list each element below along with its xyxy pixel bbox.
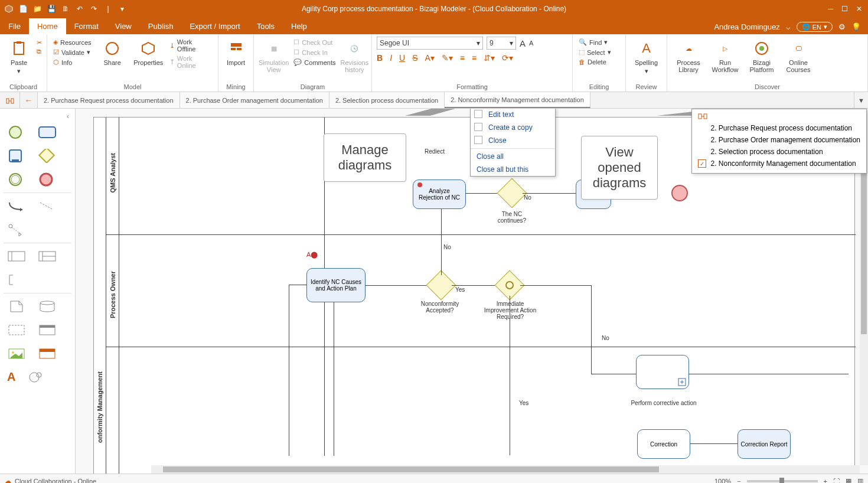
qat-new-icon[interactable]: 📄 [18, 4, 28, 14]
runwf-button[interactable]: ▷ Run Workflow [709, 37, 742, 73]
cut-icon[interactable]: ✂ [37, 39, 42, 47]
valign-icon[interactable]: ⇵▾ [484, 53, 495, 63]
strike-icon[interactable]: S [412, 53, 417, 63]
doc-tab-2[interactable]: 2. Purchase Order management documentati… [180, 92, 329, 108]
proclib-button[interactable]: ☁ Process Library [672, 37, 705, 73]
courses-button[interactable]: 🖵 Online Courses [782, 37, 815, 73]
task-identify[interactable]: Identify NC Causes and Action Plan [306, 268, 366, 302]
task-correction[interactable]: Correction [637, 429, 690, 459]
ctx-closeother[interactable]: Close all but this [471, 163, 555, 176]
zoom-in-icon[interactable]: + [824, 478, 827, 484]
tab-file[interactable]: File [0, 18, 29, 34]
validate-button[interactable]: ☑Validate▾ [52, 48, 93, 57]
data-store-icon[interactable] [38, 299, 57, 314]
comments-button[interactable]: 💬Comments [292, 58, 337, 67]
tab-tools[interactable]: Tools [249, 18, 283, 34]
panel-item-1[interactable]: 2. Purchase Request process documentatio… [698, 122, 860, 134]
lane-icon[interactable] [38, 249, 57, 263]
gear-icon[interactable]: ⚙ [838, 22, 846, 31]
shrink-font-icon[interactable]: A [529, 40, 533, 47]
text-shape-icon[interactable]: A [7, 370, 15, 384]
grow-font-icon[interactable]: A [520, 38, 526, 48]
spelling-button[interactable]: A Spelling ▾ [631, 37, 662, 75]
user-chevron-icon[interactable]: ⌵ [786, 22, 791, 31]
font-selector[interactable]: Segoe UI▾ [377, 37, 483, 50]
language-selector[interactable]: 🌐EN▾ [797, 22, 833, 32]
maximize-button[interactable]: ☐ [841, 5, 848, 13]
ctx-close[interactable]: Close [471, 134, 555, 147]
qat-open-icon[interactable]: 📁 [32, 4, 43, 14]
doc-tab-4[interactable]: 2. Nonconformity Management documentatio… [445, 92, 590, 108]
rotate-icon[interactable]: ⟳▾ [502, 53, 513, 63]
tab-format[interactable]: Format [66, 18, 107, 34]
find-button[interactable]: 🔍Find▾ [577, 38, 612, 47]
share-button[interactable]: Share [96, 37, 129, 66]
zoom-slider[interactable] [747, 480, 818, 482]
end-event[interactable] [671, 185, 688, 201]
doc-tab-3[interactable]: 2. Selection process documentation [329, 92, 445, 108]
view-1-icon[interactable]: ▦ [846, 477, 851, 483]
delete-button[interactable]: 🗑Delete [577, 58, 612, 66]
zoom-out-icon[interactable]: − [737, 478, 740, 484]
highlight-icon[interactable]: ✎▾ [442, 53, 453, 63]
align-center-icon[interactable]: ≡ [472, 53, 477, 63]
association-icon[interactable] [38, 199, 57, 213]
formatted-shape-icon[interactable] [27, 370, 46, 384]
minimize-button[interactable]: ─ [828, 5, 833, 13]
qat-dropdown-icon[interactable]: ▾ [117, 4, 128, 14]
fontsize-selector[interactable]: 9▾ [487, 37, 516, 50]
import-button[interactable]: Import [223, 37, 249, 66]
horizontal-scrollbar[interactable] [151, 465, 860, 474]
user-name[interactable]: Andrea Dominguez [714, 22, 779, 31]
properties-button[interactable]: Properties [132, 37, 165, 66]
tab-export[interactable]: Export / Import [181, 18, 248, 34]
tab-view[interactable]: View [107, 18, 140, 34]
ctx-copy[interactable]: Create a copy [471, 121, 555, 134]
group-shape-icon[interactable] [7, 323, 26, 337]
fit-icon[interactable]: ⛶ [833, 478, 840, 484]
bulb-icon[interactable]: 💡 [851, 22, 861, 31]
panel-home-icon[interactable] [698, 113, 860, 122]
underline-icon[interactable]: U [399, 53, 405, 63]
image-shape-icon[interactable] [7, 347, 26, 361]
data-object-icon[interactable] [7, 299, 26, 314]
platform-button[interactable]: Bizagi Platform [745, 37, 778, 73]
end-event-icon[interactable] [38, 172, 57, 187]
palette-collapse-icon[interactable]: ‹ [4, 112, 71, 120]
tab-publish[interactable]: Publish [140, 18, 182, 34]
task-perform[interactable] [636, 355, 689, 389]
italic-icon[interactable]: I [390, 53, 392, 63]
resources-button[interactable]: ◈Resources [52, 38, 93, 47]
qat-save-icon[interactable]: 💾 [46, 4, 57, 14]
annotation-icon[interactable] [7, 273, 26, 287]
panel-item-2[interactable]: 2. Purchase Order management documentati… [698, 134, 860, 146]
tab-home[interactable]: Home [29, 18, 66, 34]
pool-icon[interactable] [7, 249, 26, 263]
gateway-icon[interactable] [38, 149, 57, 163]
sequence-flow-icon[interactable] [7, 199, 26, 213]
doc-tab-1[interactable]: 2. Purchase Request process documentatio… [38, 92, 180, 108]
ctx-closeall[interactable]: Close all [471, 150, 555, 163]
align-left-icon[interactable]: ≡ [460, 53, 465, 63]
milestone-icon[interactable] [38, 323, 57, 337]
tabs-dropdown-icon[interactable]: ▼ [854, 92, 868, 108]
header-shape-icon[interactable] [38, 347, 57, 361]
panel-item-3[interactable]: 2. Selection process documentation [698, 146, 860, 158]
paste-button[interactable]: Paste ▾ [5, 37, 33, 75]
view-2-icon[interactable]: ▥ [857, 477, 863, 483]
panel-item-4[interactable]: ✓2. Nonconformity Management documentati… [698, 158, 860, 169]
start-event-icon[interactable] [7, 125, 26, 139]
copy-icon[interactable]: ⧉ [37, 48, 42, 56]
work-offline-button[interactable]: ⤓Work Offline [168, 38, 213, 53]
home-icon[interactable] [0, 92, 20, 108]
qat-redo-icon[interactable]: ↷ [89, 4, 99, 14]
message-flow-icon[interactable] [7, 223, 26, 237]
close-button[interactable]: ✕ [856, 5, 862, 13]
ctx-edit[interactable]: Edit text [471, 109, 555, 121]
bold-icon[interactable]: B [377, 53, 383, 63]
back-icon[interactable]: ← [20, 92, 38, 108]
end-event-thin-icon[interactable] [7, 172, 26, 187]
intermediate-event-icon[interactable] [7, 149, 26, 163]
tab-help[interactable]: Help [283, 18, 315, 34]
qat-undo-icon[interactable]: ↶ [74, 4, 85, 14]
